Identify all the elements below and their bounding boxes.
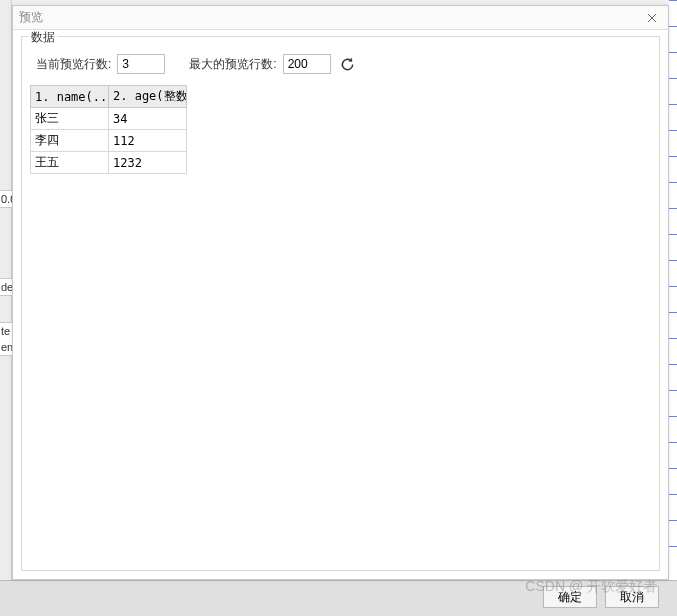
table-container: 1. name(... 2. age(整数) 张三 34 李四 112: [30, 85, 651, 562]
group-label: 数据: [28, 30, 58, 46]
cell-age[interactable]: 1232: [109, 152, 187, 174]
bg-text-fragment: 0.0: [0, 190, 12, 208]
background-left-panel: 0.0 de te en: [0, 0, 12, 616]
dialog-title: 预览: [19, 9, 642, 26]
current-rows-label: 当前预览行数:: [36, 56, 111, 73]
bg-text-fragment: de: [0, 278, 12, 296]
current-rows-input[interactable]: [117, 54, 165, 74]
cell-name[interactable]: 张三: [31, 108, 109, 130]
column-header-age[interactable]: 2. age(整数): [109, 86, 187, 108]
ok-button[interactable]: 确定: [543, 586, 597, 608]
dialog-content: 数据 当前预览行数: 最大的预览行数: 1: [13, 30, 668, 579]
cancel-button[interactable]: 取消: [605, 586, 659, 608]
cell-age[interactable]: 112: [109, 130, 187, 152]
close-icon: [647, 13, 657, 23]
refresh-button[interactable]: [337, 53, 359, 75]
dialog-titlebar[interactable]: 预览: [13, 6, 668, 30]
close-button[interactable]: [642, 8, 662, 28]
preview-table: 1. name(... 2. age(整数) 张三 34 李四 112: [30, 85, 187, 174]
bg-text-fragment: en: [0, 339, 12, 356]
data-group: 数据 当前预览行数: 最大的预览行数: 1: [21, 36, 660, 571]
max-rows-input[interactable]: [283, 54, 331, 74]
bg-text-fragment: te: [0, 322, 12, 339]
preview-dialog: 预览 数据 当前预览行数: 最大的预览行数:: [12, 5, 669, 580]
column-header-name[interactable]: 1. name(...: [31, 86, 109, 108]
max-rows-label: 最大的预览行数:: [189, 56, 276, 73]
cell-name[interactable]: 李四: [31, 130, 109, 152]
table-row[interactable]: 李四 112: [31, 130, 187, 152]
table-row[interactable]: 张三 34: [31, 108, 187, 130]
refresh-icon: [340, 57, 355, 72]
cell-age[interactable]: 34: [109, 108, 187, 130]
controls-row: 当前预览行数: 最大的预览行数:: [30, 47, 651, 85]
background-right-grid: [669, 0, 677, 580]
table-header-row: 1. name(... 2. age(整数): [31, 86, 187, 108]
table-row[interactable]: 王五 1232: [31, 152, 187, 174]
cell-name[interactable]: 王五: [31, 152, 109, 174]
dialog-footer: 确定 取消: [543, 586, 659, 608]
